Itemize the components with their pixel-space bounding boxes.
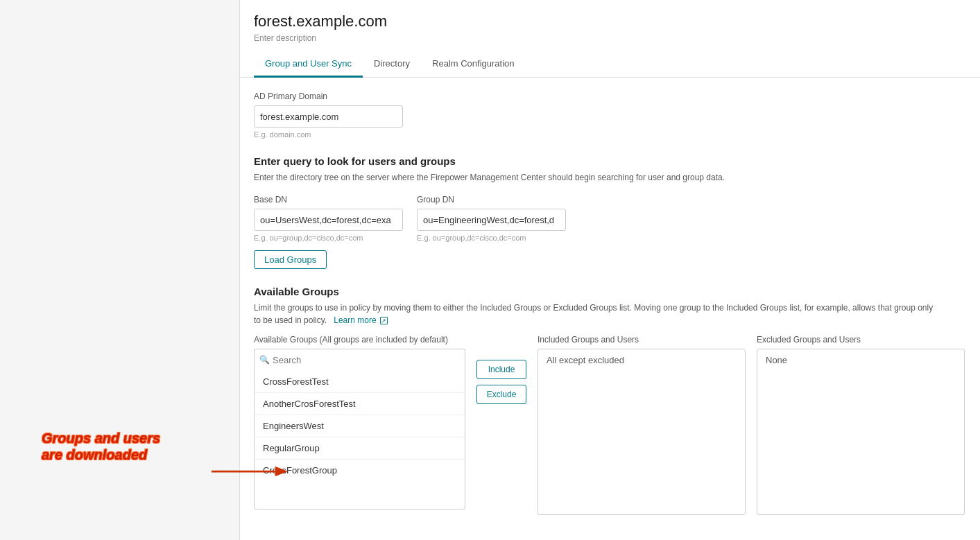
external-link-icon	[380, 317, 388, 324]
available-groups-desc: Limit the groups to use in policy by mov…	[254, 302, 934, 326]
exclude-button[interactable]: Exclude	[476, 385, 526, 404]
excluded-groups-value: None	[766, 355, 787, 365]
annotation-line1: Groups and users	[42, 430, 160, 446]
ad-primary-domain-input[interactable]	[254, 105, 403, 128]
groups-list: CrossForestTest AnotherCrosForestTest En…	[254, 371, 465, 509]
list-item[interactable]: AnotherCrosForestTest	[255, 393, 465, 415]
query-section-desc: Enter the directory tree on the server w…	[254, 171, 966, 184]
ad-primary-domain-section: AD Primary Domain E.g. domain.com	[254, 92, 966, 139]
dn-row: Base DN Group DN	[254, 195, 966, 231]
excluded-groups-panel: Excluded Groups and Users None	[757, 335, 965, 515]
learn-more-link[interactable]: Learn more	[332, 315, 388, 325]
page-title: forest.example.com	[254, 12, 966, 31]
available-groups-panel: Available Groups (All groups are include…	[254, 335, 465, 509]
group-dn-label: Group DN	[417, 195, 566, 204]
groups-layout: Available Groups (All groups are include…	[254, 335, 966, 515]
included-groups-value: All except excluded	[547, 355, 624, 365]
search-box-wrapper: 🔍	[254, 349, 465, 371]
annotation-container: Groups and users are downloaded	[42, 430, 160, 463]
annotation-line2: are downloaded	[42, 446, 160, 463]
group-dn-hint: E.g. ou=group,dc=cisco,dc=com	[417, 234, 566, 242]
base-dn-hint: E.g. ou=group,dc=cisco,dc=com	[254, 234, 403, 242]
tab-realm-config[interactable]: Realm Configuration	[421, 51, 526, 78]
tabs-container: Group and User Sync Directory Realm Conf…	[254, 51, 966, 77]
list-item[interactable]: CrossForestTest	[255, 371, 465, 393]
transfer-buttons: Include Exclude	[476, 360, 526, 404]
excluded-groups-box: None	[757, 349, 965, 515]
group-dn-input[interactable]	[417, 209, 566, 231]
excluded-groups-label: Excluded Groups and Users	[757, 335, 965, 345]
included-groups-label: Included Groups and Users	[538, 335, 746, 345]
list-item[interactable]: RegularGroup	[255, 437, 465, 460]
tab-directory[interactable]: Directory	[363, 51, 421, 78]
load-groups-button[interactable]: Load Groups	[254, 250, 327, 269]
available-groups-panel-label: Available Groups (All groups are include…	[254, 335, 465, 345]
search-input[interactable]	[254, 349, 465, 371]
group-dn-field: Group DN	[417, 195, 566, 231]
ad-primary-domain-hint: E.g. domain.com	[254, 130, 966, 139]
dn-hints-row: E.g. ou=group,dc=cisco,dc=com E.g. ou=gr…	[254, 234, 966, 242]
included-groups-box: All except excluded	[538, 349, 746, 515]
page-header: forest.example.com Enter description Gro…	[240, 0, 980, 78]
include-button[interactable]: Include	[476, 360, 526, 379]
ad-primary-domain-label: AD Primary Domain	[254, 92, 966, 101]
base-dn-label: Base DN	[254, 195, 403, 204]
query-section-title: Enter query to look for users and groups	[254, 155, 966, 167]
tab-group-user-sync[interactable]: Group and User Sync	[254, 51, 363, 78]
available-groups-title: Available Groups	[254, 286, 966, 297]
search-icon: 🔍	[259, 355, 270, 365]
content-body: AD Primary Domain E.g. domain.com Enter …	[240, 78, 980, 529]
base-dn-input[interactable]	[254, 209, 403, 231]
page-description: Enter description	[254, 33, 966, 43]
svg-marker-1	[275, 467, 288, 477]
base-dn-field: Base DN	[254, 195, 403, 231]
included-groups-panel: Included Groups and Users All except exc…	[538, 335, 746, 515]
list-item[interactable]: EngineersWest	[255, 415, 465, 437]
annotation-arrow	[212, 463, 288, 480]
main-content: forest.example.com Enter description Gro…	[239, 0, 980, 540]
